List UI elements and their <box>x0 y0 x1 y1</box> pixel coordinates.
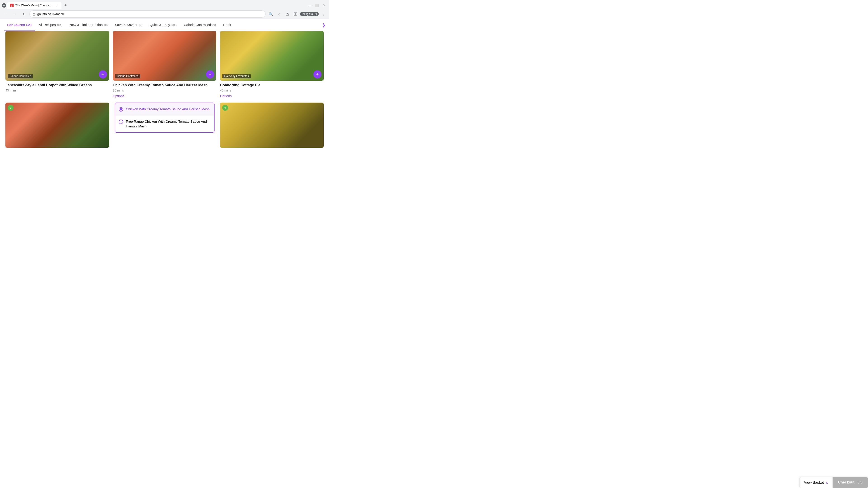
recipe-title: Chicken With Creamy Tomato Sauce And Har… <box>113 83 217 88</box>
recipe-card-veggie: v <box>4 103 111 152</box>
option-item-1[interactable]: Chicken With Creamy Tomato Sauce And Har… <box>115 103 214 115</box>
recipe-tag: Calorie Controlled <box>115 74 141 78</box>
tab-group-indicator[interactable] <box>2 3 6 8</box>
recipe-card-lancashire-hotpot: Calorie Controlled + Lancashire-Style Le… <box>4 31 111 103</box>
recipe-time: 40 mins <box>220 89 324 92</box>
recipe-card-chicken-tomato: Calorie Controlled + Chicken With Creamy… <box>111 31 218 103</box>
close-window-button[interactable]: ✕ <box>321 2 327 8</box>
more-menu-button[interactable]: ⋮ <box>320 10 327 18</box>
recipe-title: Lancashire-Style Lentil Hotpot With Wilt… <box>5 83 109 88</box>
toolbar-icons: 🔍 ☆ Incognito (2) ⋮ <box>268 10 327 18</box>
options-dropdown-container: Chicken With Creamy Tomato Sauce And Har… <box>111 103 218 152</box>
svg-rect-1 <box>286 14 289 15</box>
nav-item-quick-easy[interactable]: Quick & Easy (35) <box>146 19 180 31</box>
minimize-button[interactable]: — <box>307 2 313 8</box>
option-label-1: Chicken With Creamy Tomato Sauce And Har… <box>126 107 210 111</box>
recipe-time: 45 mins <box>5 89 109 92</box>
vegetarian-badge: v <box>222 105 228 111</box>
nav-item-new-limited[interactable]: New & Limited Edition (8) <box>66 19 112 31</box>
recipe-grid-row1: Calorie Controlled + Lancashire-Style Le… <box>0 31 329 103</box>
recipe-card-pasta: v <box>218 103 326 152</box>
window-controls: — ⬜ ✕ <box>307 2 327 8</box>
url-text: gousto.co.uk/menu <box>37 12 263 16</box>
reload-button[interactable]: ↻ <box>20 10 28 18</box>
browser-chrome: g This Week's Menu | Choose Fro... ✕ + —… <box>0 0 329 19</box>
incognito-badge[interactable]: Incognito (2) <box>300 12 319 16</box>
add-recipe-button[interactable]: + <box>313 70 321 78</box>
vegetarian-badge: v <box>8 105 13 111</box>
maximize-button[interactable]: ⬜ <box>314 2 320 8</box>
recipe-tag: Calorie Controlled <box>8 74 33 78</box>
recipe-title: Comforting Cottage Pie <box>220 83 324 88</box>
address-bar[interactable]: gousto.co.uk/menu <box>29 10 266 18</box>
back-button[interactable]: ← <box>2 10 9 18</box>
bookmark-icon-button[interactable]: ☆ <box>276 10 283 18</box>
option-label-2: Free Range Chicken With Creamy Tomato Sa… <box>126 119 211 129</box>
recipe-image-cottage-pie[interactable]: Everyday Favourites + <box>220 31 324 80</box>
split-view-button[interactable] <box>292 10 299 18</box>
recipe-grid-row2: v Chicken With Creamy Tomato Sauce And H… <box>0 103 329 152</box>
radio-button-1[interactable] <box>119 107 123 111</box>
add-recipe-button[interactable]: + <box>206 70 214 78</box>
options-dropdown: Chicken With Creamy Tomato Sauce And Har… <box>115 103 215 133</box>
category-nav: For Lauren (14) All Recipes (86) New & L… <box>0 19 329 31</box>
tab-favicon: g <box>10 4 13 7</box>
recipe-image-veggie[interactable]: v <box>5 103 109 148</box>
option-item-2[interactable]: Free Range Chicken With Creamy Tomato Sa… <box>115 115 214 132</box>
nav-more-button[interactable]: ❯ <box>322 23 326 28</box>
recipe-image-chicken-tomato[interactable]: Calorie Controlled + <box>113 31 217 80</box>
address-bar-row: ← → ↻ gousto.co.uk/menu 🔍 ☆ Incognito (2… <box>0 9 329 19</box>
add-recipe-button[interactable]: + <box>99 70 107 78</box>
recipe-card-cottage-pie: Everyday Favourites + Comforting Cottage… <box>218 31 326 103</box>
nav-item-save-savour[interactable]: Save & Savour (8) <box>111 19 146 31</box>
recipe-time: 25 mins <box>113 89 217 92</box>
options-link[interactable]: Options <box>220 94 232 98</box>
lock-icon <box>32 12 35 15</box>
nav-item-health[interactable]: Healt <box>219 19 235 31</box>
recipe-image-pasta[interactable]: v <box>220 103 324 148</box>
recipe-tag: Everyday Favourites <box>222 74 250 78</box>
nav-item-for-lauren[interactable]: For Lauren (14) <box>4 19 35 31</box>
forward-button[interactable]: → <box>11 10 19 18</box>
tab-title: This Week's Menu | Choose Fro... <box>16 4 53 7</box>
search-icon-button[interactable]: 🔍 <box>268 10 275 18</box>
radio-button-2[interactable] <box>119 120 123 124</box>
extensions-icon-button[interactable] <box>284 10 291 18</box>
nav-item-all-recipes[interactable]: All Recipes (86) <box>35 19 66 31</box>
nav-item-calorie-controlled[interactable]: Calorie Controlled (6) <box>180 19 219 31</box>
recipe-image-lancashire-hotpot[interactable]: Calorie Controlled + <box>5 31 109 80</box>
tab-close-button[interactable]: ✕ <box>55 4 59 7</box>
tab-bar: g This Week's Menu | Choose Fro... ✕ + —… <box>0 0 329 9</box>
new-tab-button[interactable]: + <box>62 2 69 8</box>
options-link[interactable]: Options <box>113 94 125 98</box>
page-content: For Lauren (14) All Recipes (86) New & L… <box>0 19 329 152</box>
svg-rect-0 <box>33 14 35 15</box>
active-tab[interactable]: g This Week's Menu | Choose Fro... ✕ <box>7 2 61 9</box>
